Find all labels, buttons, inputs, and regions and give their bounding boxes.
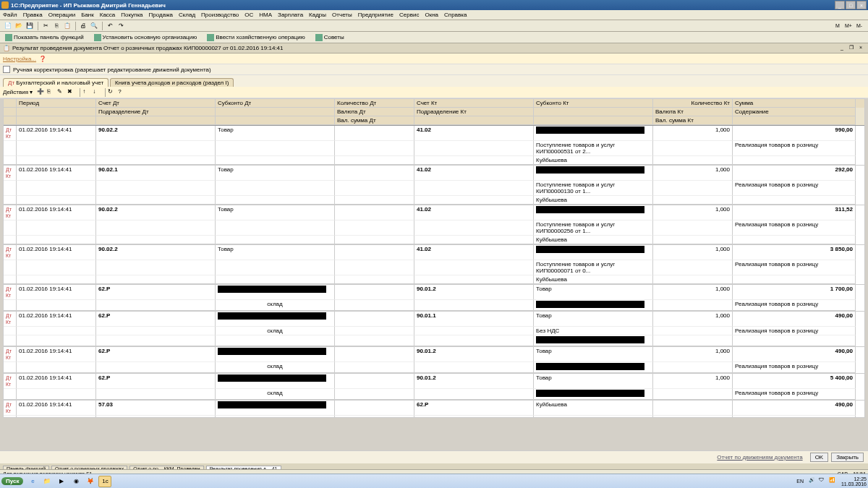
- menu-продажа[interactable]: Продажа: [149, 12, 173, 18]
- menu-операции[interactable]: Операции: [48, 12, 75, 18]
- movements-report-link[interactable]: Отчет по движениям документа: [717, 454, 802, 461]
- menu-касса[interactable]: Касса: [100, 12, 116, 18]
- register-tabs: Дт Бухгалтерский и налоговый учет Книга …: [0, 75, 868, 87]
- document-title: Результат проведения документа Отчет о р…: [12, 45, 837, 51]
- mode-mplus[interactable]: M+: [843, 21, 854, 31]
- menu-зарплата[interactable]: Зарплата: [278, 12, 303, 18]
- close-doc-button[interactable]: Закрыть: [831, 453, 864, 462]
- menu-кадры[interactable]: Кадры: [309, 12, 326, 18]
- print-icon[interactable]: 🖨: [78, 21, 88, 31]
- add-row-icon[interactable]: ➕: [37, 88, 46, 97]
- menu-сервис[interactable]: Сервис: [399, 12, 419, 18]
- ok-button[interactable]: OK: [810, 453, 829, 462]
- maximize-button[interactable]: □: [846, 1, 856, 9]
- lang-indicator[interactable]: EN: [796, 479, 804, 484]
- menu-правка[interactable]: Правка: [23, 12, 43, 18]
- toolbar-link-2[interactable]: Ввести хозяйственную операцию: [205, 33, 307, 42]
- paste-icon[interactable]: 📋: [62, 21, 72, 31]
- table-row[interactable]: ДтКт01.02.2016 19:14:4190.02.2Товар41.02…: [4, 205, 864, 245]
- manual-checkbox-label: Ручная корректировка (разрешает редактир…: [13, 67, 211, 73]
- redo-icon[interactable]: ↷: [116, 21, 126, 31]
- taskbar-clock[interactable]: 12:25 11.03.2016: [841, 476, 867, 487]
- tray-icon[interactable]: 📶: [829, 477, 838, 486]
- table-row[interactable]: ДтКт01.02.2016 19:14:4162.Р90.01.2Товар1…: [4, 374, 864, 401]
- mode-mminus[interactable]: M-: [854, 21, 864, 31]
- preview-icon[interactable]: 🔍: [89, 21, 99, 31]
- open-icon[interactable]: 📂: [14, 21, 24, 31]
- move-down-icon[interactable]: ↓: [93, 88, 101, 97]
- firefox-icon[interactable]: 🦊: [84, 476, 97, 487]
- minimize-button[interactable]: _: [835, 1, 845, 9]
- menu-отчеты[interactable]: Отчеты: [332, 12, 352, 18]
- chrome-icon[interactable]: ◉: [69, 476, 82, 487]
- doc-close-button[interactable]: ×: [856, 45, 865, 52]
- menu-ос[interactable]: ОС: [244, 12, 253, 18]
- save-icon[interactable]: 💾: [25, 21, 35, 31]
- posting-icon: ДтКт: [6, 167, 12, 179]
- accounting-grid[interactable]: Период Счет Дт Субконто Дт Количество Дт…: [3, 98, 865, 418]
- posting-icon: ДтКт: [6, 375, 12, 387]
- table-row[interactable]: ДтКт01.02.2016 19:14:4162.Р90.01.2Товар1…: [4, 347, 864, 374]
- toolbar-link-3[interactable]: Советы: [313, 33, 346, 42]
- menu-покупка[interactable]: Покупка: [121, 12, 142, 18]
- menu-банк[interactable]: Банк: [81, 12, 94, 18]
- menu-файл[interactable]: Файл: [3, 12, 17, 18]
- refresh-icon[interactable]: ↻: [108, 88, 116, 97]
- edit-row-icon[interactable]: ✎: [57, 88, 66, 97]
- tab-income-book[interactable]: Книга учета доходов и расходов (раздел I…: [110, 78, 234, 87]
- posting-icon: ДтКт: [6, 207, 12, 218]
- cut-icon[interactable]: ✂: [41, 21, 51, 31]
- menu-нма[interactable]: НМА: [259, 12, 272, 18]
- delete-row-icon[interactable]: ✖: [67, 88, 76, 97]
- mode-m[interactable]: M: [833, 21, 843, 31]
- tray-icon[interactable]: 🔊: [809, 477, 817, 486]
- app-icon: [1, 1, 9, 9]
- manual-checkbox[interactable]: [3, 66, 10, 73]
- start-button[interactable]: Пуск: [1, 477, 23, 485]
- menu-справка[interactable]: Справка: [444, 12, 467, 18]
- actions-menu[interactable]: Действия ▾: [3, 89, 33, 95]
- posting-icon: ДтКт: [6, 286, 12, 298]
- grid-header-row3: Вал. сумма Дт Вал. сумма Кт: [4, 116, 864, 126]
- tray-icon[interactable]: 🛡: [819, 477, 827, 486]
- doc-minimize-button[interactable]: _: [838, 45, 846, 52]
- table-row[interactable]: ДтКт01.02.2016 19:14:4162.Р90.01.2Товар1…: [4, 285, 864, 312]
- menu-производство[interactable]: Производство: [201, 12, 239, 18]
- menu-склад[interactable]: Склад: [179, 12, 195, 18]
- posting-icon: ДтКт: [6, 348, 12, 360]
- doc-icon: 📋: [3, 45, 10, 51]
- copy-row-icon[interactable]: ⎘: [47, 88, 56, 97]
- menu-предприятие[interactable]: Предприятие: [358, 12, 393, 18]
- move-up-icon[interactable]: ↑: [82, 88, 91, 97]
- explorer-icon[interactable]: 📁: [41, 476, 54, 487]
- ie-icon[interactable]: e: [26, 476, 39, 487]
- new-icon[interactable]: 📄: [3, 21, 13, 31]
- toolbar-link-1[interactable]: Установить основную организацию: [92, 33, 200, 42]
- help-button-icon[interactable]: ?: [118, 88, 127, 97]
- media-icon[interactable]: ▶: [55, 476, 68, 487]
- menu-окна[interactable]: Окна: [425, 12, 438, 18]
- undo-icon[interactable]: ↶: [105, 21, 115, 31]
- settings-bar: Настройка... ❓: [0, 53, 868, 64]
- doc-restore-button[interactable]: ❐: [847, 45, 856, 52]
- table-row[interactable]: ДтКт01.02.2016 19:14:4157.0362.РКуйбышев…: [4, 401, 864, 418]
- posting-icon: ДтКт: [6, 313, 12, 325]
- menu-bar: ФайлПравкаОперацииБанкКассаПокупкаПродаж…: [0, 10, 868, 20]
- close-button[interactable]: ×: [856, 1, 867, 9]
- help-icon[interactable]: ❓: [39, 56, 46, 62]
- tab-accounting-icon: Дт: [8, 80, 14, 86]
- posting-icon: ДтКт: [6, 247, 12, 258]
- system-tray: EN 🔊 🛡 📶 12:25 11.03.2016: [796, 476, 867, 487]
- tab-accounting[interactable]: Дт Бухгалтерский и налоговый учет: [3, 78, 109, 87]
- 1c-icon[interactable]: 1c: [98, 476, 111, 487]
- table-row[interactable]: ДтКт01.02.2016 19:14:4190.02.2Товар41.02…: [4, 126, 864, 166]
- copy-icon[interactable]: ⎘: [51, 21, 61, 31]
- window-title: 1С:Предприятие - ИП Рыжаков Дмитрий Генн…: [11, 2, 834, 9]
- window-titlebar: 1С:Предприятие - ИП Рыжаков Дмитрий Генн…: [0, 0, 868, 10]
- table-row[interactable]: ДтКт01.02.2016 19:14:4162.Р90.01.1Товар1…: [4, 312, 864, 347]
- settings-link[interactable]: Настройка...: [3, 56, 36, 62]
- grid-actions-bar: Действия ▾ ➕ ⎘ ✎ ✖ ↑ ↓ ↻ ?: [0, 87, 868, 98]
- table-row[interactable]: ДтКт01.02.2016 19:14:4190.02.1Товар41.02…: [4, 166, 864, 205]
- table-row[interactable]: ДтКт01.02.2016 19:14:4190.02.2Товар41.02…: [4, 245, 864, 285]
- toolbar-link-0[interactable]: Показать панель функций: [3, 33, 86, 42]
